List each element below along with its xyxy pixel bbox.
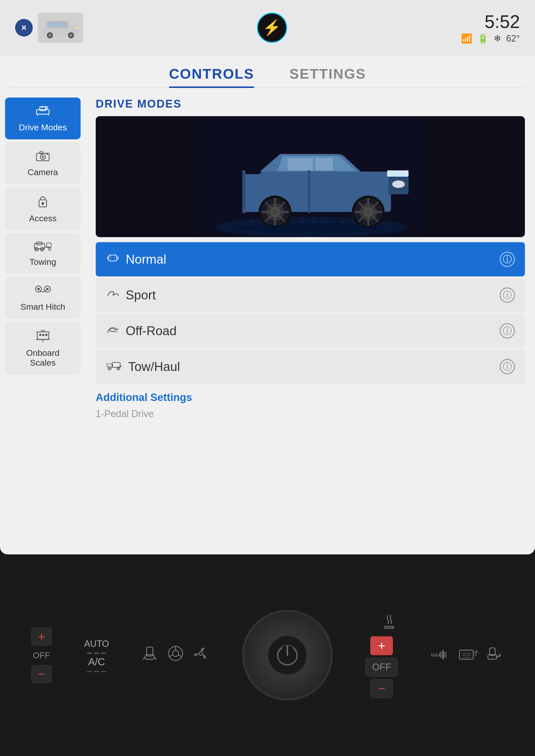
sidebar-item-access[interactable]: Access (5, 187, 81, 230)
climate-labels: AUTO A/C (84, 639, 109, 672)
status-icons: 📶 🔋 ❄ 62° (461, 33, 520, 44)
onboard-scales-icon (35, 329, 51, 345)
svg-rect-94 (112, 363, 120, 367)
tow-haul-mode-icon (106, 360, 122, 373)
svg-rect-7 (58, 22, 67, 27)
svg-point-43 (292, 221, 294, 223)
lightning-icon: ⚡ (257, 13, 287, 43)
climate-dial[interactable] (242, 610, 333, 701)
svg-rect-95 (107, 364, 113, 367)
svg-rect-71 (242, 170, 245, 213)
left-temp-plus-button[interactable]: + (32, 628, 52, 645)
right-temp-plus-button[interactable]: + (370, 636, 393, 655)
sidebar-item-smart-hitch-label: Smart Hitch (20, 302, 65, 312)
car-thumbnail (38, 13, 83, 43)
pedal-drive-text: 1-Pedal Drive (96, 409, 525, 419)
sidebar-item-towing[interactable]: Towing (5, 233, 81, 274)
dial-power-button[interactable] (267, 635, 308, 675)
access-icon (37, 194, 49, 211)
car-thumb-svg (40, 15, 81, 40)
tow-haul-mode-name: Tow/Haul (128, 359, 180, 374)
vehicle-svg (96, 116, 525, 237)
off-road-mode-name: Off-Road (126, 324, 177, 338)
svg-text:MAX: MAX (431, 653, 441, 658)
bottom-left-icons (142, 645, 210, 666)
left-temp-controls: + OFF − (32, 628, 52, 683)
svg-point-23 (36, 248, 37, 250)
max-defrost-icon[interactable]: MAX (431, 647, 451, 663)
sidebar-item-onboard-scales[interactable]: OnboardScales (5, 322, 81, 375)
tab-controls[interactable]: CONTROLS (169, 66, 254, 87)
steering-wheel-icon[interactable] (167, 645, 184, 666)
sport-info-button[interactable]: ⓘ (500, 287, 515, 303)
sidebar-item-access-label: Access (29, 214, 57, 223)
bottom-controls-bar: + OFF − AUTO A/C (0, 554, 535, 756)
right-temp-controls: + OFF − (365, 613, 398, 698)
svg-rect-67 (288, 158, 313, 170)
fan-icon[interactable] (192, 645, 210, 666)
rear-defrost-icon[interactable] (458, 647, 478, 663)
drive-mode-sport-left: Sport (106, 288, 156, 303)
sidebar: Drive Modes Camera (0, 93, 86, 521)
drive-mode-tow-haul-left: Tow/Haul (106, 359, 180, 374)
towing-icon (34, 240, 52, 254)
svg-point-105 (199, 652, 203, 655)
additional-settings-link[interactable]: Additional Settings (96, 389, 525, 406)
left-temp-minus-button[interactable]: − (32, 665, 52, 683)
ac-label: A/C (88, 656, 105, 668)
svg-point-39 (252, 221, 253, 223)
sport-mode-name: Sport (126, 288, 156, 303)
close-button[interactable]: × (15, 19, 33, 37)
seat-heat-icon[interactable] (380, 613, 398, 631)
sidebar-item-camera-label: Camera (28, 167, 58, 177)
svg-point-49 (352, 221, 354, 223)
sidebar-item-drive-modes-label: Drive Modes (19, 123, 67, 132)
off-road-mode-icon (106, 325, 120, 337)
svg-rect-100 (120, 366, 122, 367)
bottom-right-icons: MAX (431, 646, 503, 664)
sidebar-item-camera[interactable]: Camera (5, 142, 81, 184)
svg-rect-34 (39, 334, 41, 336)
off-road-info-button[interactable]: ⓘ (500, 323, 515, 338)
svg-rect-70 (308, 170, 310, 213)
drive-mode-tow-haul[interactable]: Tow/Haul ⓘ (96, 350, 525, 384)
svg-point-97 (109, 368, 110, 369)
svg-point-5 (70, 34, 72, 37)
sport-mode-icon (106, 289, 120, 302)
svg-point-32 (46, 288, 49, 290)
sidebar-item-smart-hitch[interactable]: Smart Hitch (5, 277, 81, 319)
svg-point-4 (48, 34, 51, 37)
svg-point-25 (41, 248, 43, 250)
seat-recline-icon[interactable] (486, 646, 503, 664)
svg-point-47 (332, 221, 334, 223)
right-panel: DRIVE MODES (86, 93, 535, 521)
lightning-symbol: ⚡ (263, 19, 281, 37)
right-temp-off-label: OFF (365, 658, 398, 677)
time-display: 5:52 (461, 11, 520, 32)
svg-rect-6 (46, 22, 55, 27)
svg-rect-8 (75, 27, 79, 28)
drive-mode-normal[interactable]: Normal ⓘ (96, 242, 525, 276)
seat-icon[interactable] (142, 645, 159, 666)
right-temp-minus-button[interactable]: − (370, 679, 393, 698)
svg-point-92 (235, 224, 386, 232)
svg-point-28 (48, 248, 51, 250)
section-title: DRIVE MODES (96, 98, 525, 110)
header-right: 5:52 📶 🔋 ❄ 62° (461, 11, 520, 44)
tab-settings[interactable]: SETTINGS (290, 66, 366, 87)
camera-icon (35, 149, 50, 165)
drive-mode-sport[interactable]: Sport ⓘ (96, 278, 525, 312)
header: × ⚡ 5:52 (0, 0, 535, 55)
svg-rect-108 (460, 650, 473, 659)
tow-haul-info-button[interactable]: ⓘ (500, 359, 515, 374)
normal-mode-icon (106, 253, 120, 266)
tab-divider (10, 87, 525, 87)
svg-point-14 (42, 156, 44, 158)
normal-info-button[interactable]: ⓘ (500, 252, 515, 267)
svg-point-99 (118, 368, 119, 369)
drive-mode-off-road[interactable]: Off-Road ⓘ (96, 314, 525, 348)
header-left: × (15, 13, 83, 43)
auto-label: AUTO (84, 639, 109, 649)
signal-icon: 📶 (461, 33, 472, 44)
sidebar-item-drive-modes[interactable]: Drive Modes (5, 98, 81, 139)
